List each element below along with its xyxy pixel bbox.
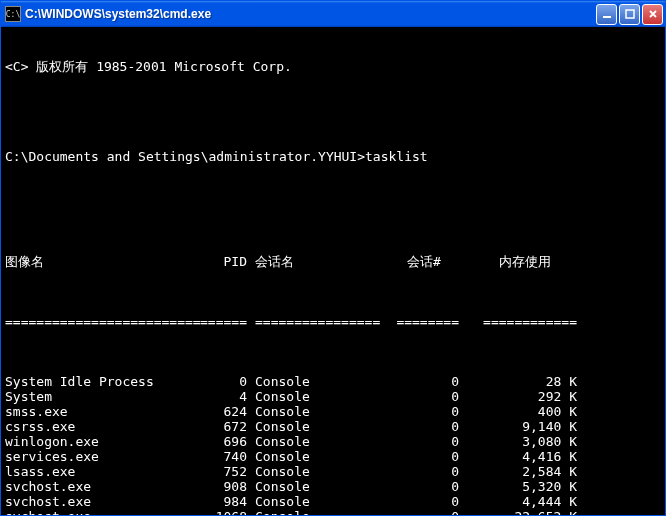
proc-name: svchost.exe xyxy=(5,479,177,494)
prompt-text: C:\Documents and Settings\administrator.… xyxy=(5,149,365,164)
command-text: tasklist xyxy=(365,149,428,164)
proc-name: System xyxy=(5,389,177,404)
proc-pid: 4 xyxy=(177,389,247,404)
proc-pid: 752 xyxy=(177,464,247,479)
table-header: 图像名 PID 会话名 会话# 内存使用 xyxy=(5,254,661,269)
maximize-button[interactable] xyxy=(619,4,640,25)
proc-pid: 908 xyxy=(177,479,247,494)
proc-session: Console xyxy=(247,389,377,404)
prompt-line: C:\Documents and Settings\administrator.… xyxy=(5,149,661,164)
proc-pid: 696 xyxy=(177,434,247,449)
minimize-button[interactable] xyxy=(596,4,617,25)
proc-name: smss.exe xyxy=(5,404,177,419)
proc-session: Console xyxy=(247,479,377,494)
proc-name: services.exe xyxy=(5,449,177,464)
table-row: svchost.exe1068Console022,652 K xyxy=(5,509,661,515)
proc-session: Console xyxy=(247,509,377,515)
header-session: 会话名 xyxy=(247,254,377,269)
proc-mem: 5,320 K xyxy=(459,479,577,494)
proc-pid: 672 xyxy=(177,419,247,434)
proc-session: Console xyxy=(247,449,377,464)
proc-name: lsass.exe xyxy=(5,464,177,479)
proc-session: Console xyxy=(247,374,377,389)
table-row: System Idle Process0Console028 K xyxy=(5,374,661,389)
cmd-icon: C:\ xyxy=(5,6,21,22)
proc-session-num: 0 xyxy=(377,494,459,509)
maximize-icon xyxy=(625,9,635,19)
svg-rect-1 xyxy=(626,10,634,18)
process-rows: System Idle Process0Console028 KSystem4C… xyxy=(5,374,661,515)
table-row: System4Console0292 K xyxy=(5,389,661,404)
proc-mem: 400 K xyxy=(459,404,577,419)
table-row: services.exe740Console04,416 K xyxy=(5,449,661,464)
proc-session: Console xyxy=(247,404,377,419)
proc-mem: 9,140 K xyxy=(459,419,577,434)
table-row: smss.exe624Console0400 K xyxy=(5,404,661,419)
table-row: winlogon.exe696Console03,080 K xyxy=(5,434,661,449)
close-icon xyxy=(648,9,658,19)
proc-pid: 984 xyxy=(177,494,247,509)
header-mem: 内存使用 xyxy=(459,254,577,269)
proc-session: Console xyxy=(247,419,377,434)
titlebar[interactable]: C:\ C:\WINDOWS\system32\cmd.exe xyxy=(1,1,665,27)
proc-session: Console xyxy=(247,464,377,479)
proc-session-num: 0 xyxy=(377,374,459,389)
proc-pid: 624 xyxy=(177,404,247,419)
proc-session-num: 0 xyxy=(377,389,459,404)
blank-line xyxy=(5,194,661,209)
proc-session-num: 0 xyxy=(377,404,459,419)
proc-session-num: 0 xyxy=(377,509,459,515)
minimize-icon xyxy=(602,9,612,19)
proc-pid: 740 xyxy=(177,449,247,464)
proc-mem: 22,652 K xyxy=(459,509,577,515)
close-button[interactable] xyxy=(642,4,663,25)
proc-session-num: 0 xyxy=(377,479,459,494)
proc-session-num: 0 xyxy=(377,419,459,434)
proc-mem: 2,584 K xyxy=(459,464,577,479)
proc-mem: 4,416 K xyxy=(459,449,577,464)
proc-mem: 3,080 K xyxy=(459,434,577,449)
svg-rect-0 xyxy=(603,16,611,18)
proc-pid: 1068 xyxy=(177,509,247,515)
table-separator: ========================= ====== =======… xyxy=(5,314,661,329)
cmd-window: C:\ C:\WINDOWS\system32\cmd.exe <C> 版权所有… xyxy=(0,0,666,516)
proc-name: winlogon.exe xyxy=(5,434,177,449)
proc-session-num: 0 xyxy=(377,434,459,449)
proc-name: csrss.exe xyxy=(5,419,177,434)
table-row: csrss.exe672Console09,140 K xyxy=(5,419,661,434)
proc-name: svchost.exe xyxy=(5,509,177,515)
table-row: lsass.exe752Console02,584 K xyxy=(5,464,661,479)
proc-session: Console xyxy=(247,434,377,449)
header-name: 图像名 xyxy=(5,254,177,269)
console-area[interactable]: <C> 版权所有 1985-2001 Microsoft Corp. C:\Do… xyxy=(1,27,665,515)
proc-pid: 0 xyxy=(177,374,247,389)
proc-name: svchost.exe xyxy=(5,494,177,509)
window-title: C:\WINDOWS\system32\cmd.exe xyxy=(25,7,596,21)
window-buttons xyxy=(596,4,663,25)
copyright-line: <C> 版权所有 1985-2001 Microsoft Corp. xyxy=(5,59,661,74)
proc-session-num: 0 xyxy=(377,464,459,479)
header-pid: PID xyxy=(177,254,247,269)
proc-mem: 28 K xyxy=(459,374,577,389)
header-session-num: 会话# xyxy=(377,254,459,269)
proc-mem: 4,444 K xyxy=(459,494,577,509)
proc-mem: 292 K xyxy=(459,389,577,404)
table-row: svchost.exe984Console04,444 K xyxy=(5,494,661,509)
proc-session: Console xyxy=(247,494,377,509)
table-row: svchost.exe908Console05,320 K xyxy=(5,479,661,494)
proc-session-num: 0 xyxy=(377,449,459,464)
proc-name: System Idle Process xyxy=(5,374,177,389)
blank-line xyxy=(5,104,661,119)
